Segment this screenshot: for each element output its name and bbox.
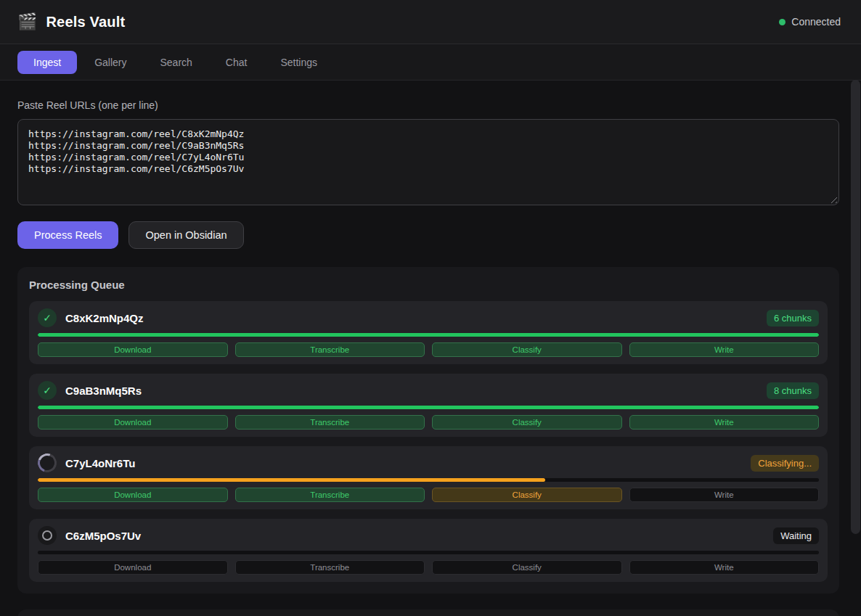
reel-id: C7yL4oNr6Tu <box>65 457 135 469</box>
status-dot-icon <box>779 19 785 25</box>
stage-chip-classify: Classify <box>432 342 622 357</box>
status-badge: Waiting <box>773 527 819 544</box>
nav-tabs: IngestGallerySearchChatSettings <box>0 44 861 81</box>
app-title: Reels Vault <box>46 14 125 30</box>
stage-chip-transcribe: Transcribe <box>235 488 425 502</box>
stage-chip-write: Write <box>629 560 820 575</box>
stage-chips: DownloadTranscribeClassifyWrite <box>38 342 819 357</box>
queue-item: ✓ C9aB3nMq5Rs 8 chunks DownloadTranscrib… <box>29 374 828 437</box>
app-header: 🎬 Reels Vault Connected <box>0 0 861 44</box>
stage-chip-download: Download <box>38 415 228 430</box>
urls-field-wrap: https://instagram.com/reel/C8xK2mNp4Qz h… <box>17 119 839 205</box>
processing-queue-card: Processing Queue ✓ C8xK2mNp4Qz 6 chunks … <box>17 267 839 594</box>
status-badge: 8 chunks <box>767 382 819 399</box>
queue-item: ✓ C8xK2mNp4Qz 6 chunks DownloadTranscrib… <box>29 301 828 364</box>
stage-chip-download: Download <box>38 560 228 575</box>
main-content: Paste Reel URLs (one per line) https://i… <box>0 81 861 616</box>
reel-id: C8xK2mNp4Qz <box>65 312 144 324</box>
reel-id: C9aB3nMq5Rs <box>65 385 142 397</box>
connection-status: Connected <box>779 16 841 28</box>
urls-label: Paste Reel URLs (one per line) <box>17 99 839 111</box>
stage-chips: DownloadTranscribeClassifyWrite <box>38 560 819 575</box>
queue-title: Processing Queue <box>29 279 828 291</box>
stage-chip-transcribe: Transcribe <box>235 415 425 430</box>
stage-chip-classify: Classify <box>432 488 622 502</box>
page: 🎬 Reels Vault Connected IngestGallerySea… <box>0 0 861 616</box>
stage-chips: DownloadTranscribeClassifyWrite <box>38 488 819 502</box>
stage-chip-classify: Classify <box>432 415 622 430</box>
vault-stats-card: Vault Stats <box>17 609 839 616</box>
tab-ingest[interactable]: Ingest <box>17 51 77 74</box>
stage-chip-transcribe: Transcribe <box>235 560 425 575</box>
tab-search[interactable]: Search <box>144 51 208 74</box>
stage-chips: DownloadTranscribeClassifyWrite <box>38 415 819 430</box>
tab-gallery[interactable]: Gallery <box>78 51 142 74</box>
status-badge: 6 chunks <box>767 310 819 327</box>
stage-chip-download: Download <box>38 488 228 502</box>
progress-fill <box>38 406 819 409</box>
stage-chip-write: Write <box>629 342 820 357</box>
progress-track <box>38 478 819 482</box>
status-label: Connected <box>791 16 841 28</box>
progress-track <box>38 551 819 554</box>
status-badge: Classifying... <box>751 455 819 472</box>
check-icon: ✓ <box>38 308 57 327</box>
reel-id: C6zM5pOs7Uv <box>65 530 141 542</box>
progress-fill <box>38 333 819 337</box>
stage-chip-classify: Classify <box>432 560 622 575</box>
spinner-icon <box>35 451 60 476</box>
stage-chip-download: Download <box>38 342 228 357</box>
queue-item: C6zM5pOs7Uv Waiting DownloadTranscribeCl… <box>29 519 828 582</box>
tab-settings[interactable]: Settings <box>264 51 333 74</box>
process-reels-button[interactable]: Process Reels <box>17 221 118 249</box>
check-icon: ✓ <box>38 381 57 400</box>
clapperboard-icon: 🎬 <box>17 12 37 31</box>
tab-chat[interactable]: Chat <box>210 51 264 74</box>
stage-chip-transcribe: Transcribe <box>235 342 425 357</box>
urls-textarea[interactable]: https://instagram.com/reel/C8xK2mNp4Qz h… <box>17 119 839 205</box>
progress-fill <box>38 478 545 482</box>
progress-track <box>38 333 819 337</box>
open-obsidian-button[interactable]: Open in Obsidian <box>128 221 243 249</box>
progress-track <box>38 406 819 409</box>
queue-list: ✓ C8xK2mNp4Qz 6 chunks DownloadTranscrib… <box>29 301 828 582</box>
vertical-scrollbar-thumb[interactable] <box>851 80 860 534</box>
action-buttons: Process Reels Open in Obsidian <box>17 221 839 249</box>
queue-item: C7yL4oNr6Tu Classifying... DownloadTrans… <box>29 446 828 509</box>
stage-chip-write: Write <box>629 415 820 430</box>
waiting-circle-icon <box>38 526 57 545</box>
stage-chip-write: Write <box>629 488 820 502</box>
